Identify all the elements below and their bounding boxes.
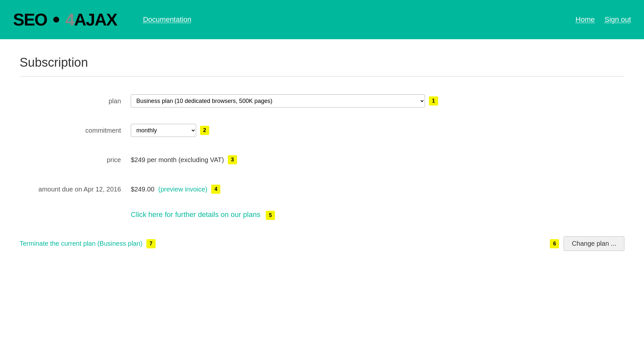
price-row: price $249 per month (excluding VAT) 3	[20, 152, 624, 168]
change-plan-badge: 6	[550, 239, 559, 248]
svg-point-0	[53, 17, 59, 23]
header-right-nav: Home Sign out	[576, 15, 631, 24]
preview-invoice-link[interactable]: (preview invoice)	[158, 186, 207, 193]
logo-ajax: AJAX	[74, 10, 117, 29]
main-content: Subscription plan Business plan (10 dedi…	[0, 39, 644, 267]
commitment-row: commitment monthlyyearly 2	[20, 122, 624, 139]
plan-select[interactable]: Business plan (10 dedicated browsers, 50…	[131, 94, 425, 108]
commitment-select[interactable]: monthlyyearly	[131, 124, 196, 137]
price-value: $249 per month (excluding VAT) 3	[131, 155, 237, 164]
logo-gear-icon	[48, 11, 65, 28]
page-title: Subscription	[20, 56, 624, 70]
terminate-link[interactable]: Terminate the current plan (Business pla…	[20, 240, 143, 247]
details-link[interactable]: Click here for further details on our pl…	[131, 210, 260, 219]
price-label: price	[20, 156, 131, 164]
plan-row: plan Business plan (10 dedicated browser…	[20, 93, 624, 109]
subscription-form: plan Business plan (10 dedicated browser…	[20, 93, 624, 210]
amount-row: amount due on Apr 12, 2016 $249.00 (prev…	[20, 181, 624, 197]
price-text: $249 per month (excluding VAT)	[131, 156, 224, 164]
logo-seo: SEO	[13, 10, 47, 29]
commitment-value: monthlyyearly 2	[131, 124, 209, 137]
plan-value: Business plan (10 dedicated browsers, 50…	[131, 94, 438, 108]
header: SEO 4 AJAX Documentation Home Sign out	[0, 0, 644, 39]
divider	[20, 76, 624, 76]
terminate-badge: 7	[146, 239, 156, 248]
plan-label: plan	[20, 97, 131, 105]
plan-badge: 1	[429, 96, 438, 106]
bottom-actions: Terminate the current plan (Business pla…	[20, 236, 624, 251]
amount-label: amount due on Apr 12, 2016	[20, 186, 131, 193]
logo-4: 4	[65, 10, 74, 29]
price-badge: 3	[228, 155, 237, 164]
details-row: Click here for further details on our pl…	[131, 210, 624, 220]
sign-out-link[interactable]: Sign out	[604, 15, 631, 24]
documentation-link[interactable]: Documentation	[143, 15, 191, 24]
logo-text: SEO 4 AJAX	[13, 10, 117, 29]
details-badge: 5	[266, 211, 275, 220]
terminate-area: Terminate the current plan (Business pla…	[20, 239, 156, 248]
amount-badge: 4	[211, 185, 220, 194]
right-actions: 6 Change plan ...	[550, 236, 624, 251]
header-nav-documentation[interactable]: Documentation	[143, 15, 191, 24]
change-plan-button[interactable]: Change plan ...	[564, 236, 624, 251]
home-link[interactable]: Home	[576, 15, 595, 24]
amount-text: $249.00	[131, 186, 154, 193]
commitment-badge: 2	[200, 126, 209, 135]
commitment-label: commitment	[20, 127, 131, 134]
amount-value: $249.00 (preview invoice) 4	[131, 185, 220, 194]
logo: SEO 4 AJAX Documentation	[13, 10, 191, 29]
